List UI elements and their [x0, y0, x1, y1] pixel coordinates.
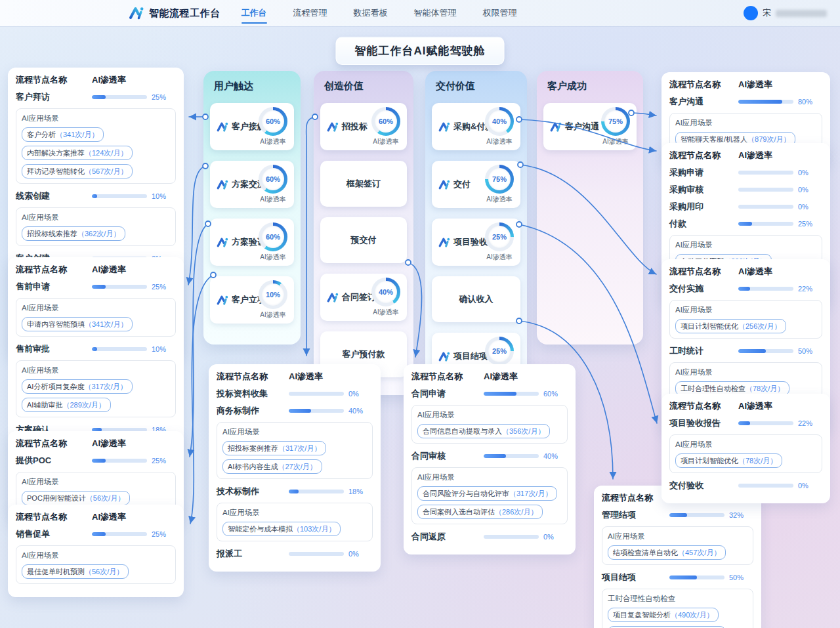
donut-percent: 60% [266, 117, 280, 125]
ai-scenario-box-title: AI应用场景 [675, 367, 816, 377]
ai-scenario-box: AI应用场景申请内容智能预填（341次/月） [16, 298, 176, 337]
ai-scenario-box: AI应用场景招投标案例推荐（317次/月）AI标书内容生成（27次/月） [217, 422, 373, 479]
process-node-name: 采购审核 [669, 184, 738, 196]
ai-rate-bar [484, 454, 539, 458]
detail-card-acceptance: 流程节点名称AI渗透率项目验收报告22%AI应用场景项目计划智能优化（78次/月… [662, 394, 830, 503]
stage-node-方案交流[interactable]: 方案交流60%AI渗透率 [210, 161, 294, 208]
nav-tab-2[interactable]: 数据看板 [352, 0, 389, 26]
nav-tab-3[interactable]: 智能体管理 [413, 0, 458, 26]
detail-card-header: 流程节点名称AI渗透率 [16, 511, 176, 523]
stage-node-label: 客户接触 [217, 121, 259, 133]
stage-node-客户立项[interactable]: 客户立项10%AI渗透率 [210, 276, 294, 324]
donut-caption: AI渗透率 [486, 253, 512, 262]
scenario-chip-count: （317次/月） [509, 489, 552, 499]
ai-rate-bar [92, 459, 147, 463]
stage-node-label: 交付 [438, 178, 471, 190]
scenario-chip[interactable]: 合同案例入选自动评估（286次/月） [417, 505, 543, 519]
ai-rate-percent: 25% [152, 283, 171, 291]
ai-rate-bar [738, 100, 793, 104]
nav-tab-0[interactable]: 工作台 [240, 0, 268, 26]
ai-rate-percent: 0% [348, 550, 368, 558]
stage-node-客户接触[interactable]: 客户接触60%AI渗透率 [210, 103, 294, 150]
scenario-chip[interactable]: 拜访记录智能转化（567次/月） [22, 164, 133, 178]
donut-ring: 75% [601, 107, 630, 136]
scenario-chip-count: （341次/月） [85, 320, 127, 329]
scenario-chip[interactable]: AI标书内容生成（27次/月） [222, 459, 322, 474]
nav-tab-1[interactable]: 流程管理 [292, 0, 329, 26]
scenario-chip[interactable]: 合同信息自动提取与录入（356次/月） [417, 424, 550, 438]
scenario-chip[interactable]: 客户分析（341次/月） [22, 127, 104, 142]
ai-scenario-box: AI应用场景最佳促单时机预测（56次/月） [16, 545, 176, 584]
ai-rate-bar-fill [738, 421, 750, 425]
donut-percent: 60% [266, 175, 280, 183]
ai-scenario-chips: 项目复盘智能分析（490次/月）知识自动提炼与归档（490次/月） [608, 608, 747, 628]
ai-rate-donut: 40%AI渗透率 [485, 107, 514, 146]
ai-rate-percent: 18% [348, 488, 368, 495]
ai-rate-bar-fill [289, 490, 299, 493]
ai-rate-cell: 18% [289, 488, 373, 495]
stage-node-label: 项目结项 [438, 350, 485, 362]
ai-rate-bar-fill [92, 459, 106, 463]
process-node-row: 合同申请60% [411, 388, 568, 400]
stage-node-确认收入[interactable]: 确认收入 [432, 276, 520, 322]
scenario-chip[interactable]: 项目计划智能优化（78次/月） [675, 453, 782, 468]
scenario-chip[interactable]: 项目复盘智能分析（490次/月） [608, 608, 719, 622]
stage-node-交付[interactable]: 交付75%AI渗透率 [432, 161, 520, 208]
process-node-name: 采购用印 [669, 201, 738, 213]
stage-node-合同签订[interactable]: 合同签订40%AI渗透率 [320, 274, 407, 321]
stage-node-客户沟通[interactable]: 客户沟通75%AI渗透率 [543, 103, 637, 150]
stage-node-框架签订[interactable]: 框架签订 [320, 161, 407, 207]
process-node-row: 投标资料收集0% [217, 388, 373, 400]
ai-rate-bar [669, 513, 724, 517]
scenario-chip[interactable]: 智能定价与成本模拟（103次/月） [222, 522, 341, 536]
process-node-name: 付款 [669, 218, 738, 230]
scenario-chip[interactable]: 最佳促单时机预测（56次/月） [22, 564, 129, 579]
ai-scenario-chips: 智能定价与成本模拟（103次/月） [222, 522, 367, 536]
stage-node-预交付[interactable]: 预交付 [320, 217, 407, 263]
scenario-chip[interactable]: POC用例智能设计（56次/月） [22, 491, 130, 505]
ai-scenario-box-title: AI应用场景 [675, 240, 816, 250]
stage-node-方案验证[interactable]: 方案验证60%AI渗透率 [210, 219, 294, 266]
detail-card-header: 流程节点名称AI渗透率 [217, 371, 373, 383]
scenario-chip[interactable]: 招投标案例推荐（317次/月） [222, 441, 326, 455]
ai-rate-percent: 25% [798, 220, 818, 228]
process-node-row: 技术标制作18% [217, 486, 373, 497]
stage-node-招投标[interactable]: 招投标60%AI渗透率 [320, 103, 407, 150]
ai-rate-donut: 75%AI渗透率 [601, 107, 630, 146]
scenario-chip[interactable]: 申请内容智能预填（341次/月） [22, 317, 133, 331]
scenario-chip[interactable]: 招投标线索推荐（362次/月） [22, 226, 125, 241]
user-name-redacted [776, 10, 827, 17]
ai-scenario-box: AI应用场景智能定价与成本模拟（103次/月） [217, 503, 373, 541]
stage-node-label: 方案交流 [217, 178, 259, 190]
donut-ring: 10% [259, 280, 287, 309]
ai-rate-column-header: AI渗透率 [738, 400, 822, 412]
process-node-name: 合同申请 [411, 388, 484, 400]
detail-card-closure: 流程节点名称AI渗透率管理结项32%AI应用场景结项检查清单自动化（457次/月… [594, 486, 761, 628]
stage-node-name: 框架签订 [346, 178, 381, 190]
ai-logo-icon [438, 237, 450, 248]
scenario-chip[interactable]: AI分析项目复杂度（317次/月） [22, 379, 133, 394]
scenario-chip[interactable]: 内部解决方案推荐（124次/月） [22, 146, 133, 160]
donut-caption: AI渗透率 [260, 137, 285, 146]
stage-node-name: 项目验收 [453, 236, 488, 248]
scenario-chip[interactable]: 合同风险评分与自动化评审（317次/月） [417, 486, 557, 501]
scenario-chip[interactable]: AI辅助审批（289次/月） [22, 398, 111, 412]
ai-scenario-box-title: AI应用场景 [22, 114, 170, 123]
node-name-column-header: 流程节点名称 [411, 371, 484, 383]
ai-rate-cell: 0% [289, 550, 373, 558]
donut-caption: AI渗透率 [373, 308, 398, 317]
scenario-chip[interactable]: 结项检查清单自动化（457次/月） [608, 545, 726, 560]
ai-scenario-chips: 结项检查清单自动化（457次/月） [608, 545, 747, 560]
process-node-row: 售前申请25% [16, 281, 176, 293]
donut-ring: 25% [485, 222, 514, 251]
ai-rate-percent: 50% [798, 347, 818, 355]
nav-tab-4[interactable]: 权限管理 [482, 0, 518, 26]
ai-rate-percent: 22% [798, 419, 818, 427]
user-menu[interactable]: 宋 [744, 6, 827, 20]
stage-node-采购&付款[interactable]: 采购&付款40%AI渗透率 [432, 103, 520, 150]
stage-node-项目验收[interactable]: 项目验收25%AI渗透率 [432, 219, 520, 266]
scenario-chip[interactable]: 项目计划智能优化（256次/月） [675, 319, 786, 333]
process-node-row: 提供POC25% [16, 455, 176, 467]
avatar[interactable] [744, 6, 758, 20]
ai-rate-bar [738, 349, 793, 353]
